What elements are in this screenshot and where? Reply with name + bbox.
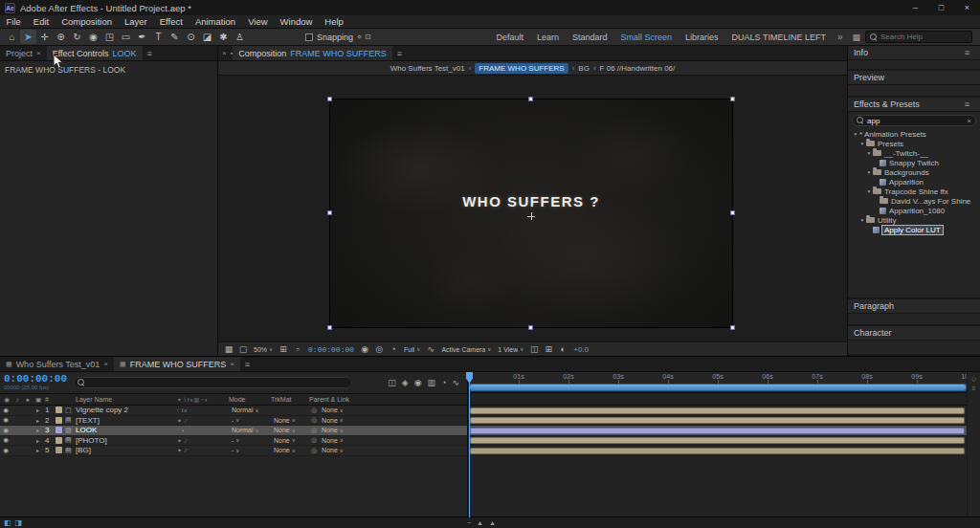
timeline-nav-marker2-icon[interactable]: ▲	[489, 519, 496, 526]
layer-mode-dropdown[interactable]: Normal∨	[229, 427, 271, 433]
tab-project[interactable]: Project ×	[0, 46, 47, 60]
column-parent-link[interactable]: Parent & Link	[309, 396, 467, 403]
status-icon-2[interactable]: ◨	[15, 518, 23, 527]
menu-layer[interactable]: Layer	[119, 16, 154, 27]
comp-flowchart-icon[interactable]: ⊞	[542, 344, 555, 354]
layer-mode-dropdown[interactable]: -∨	[229, 437, 271, 444]
menu-help[interactable]: Help	[319, 16, 350, 27]
layer-twirl-icon[interactable]: ▸	[36, 407, 45, 413]
layer-mode-dropdown[interactable]: Normal∨	[229, 407, 271, 413]
timeline-tab[interactable]: ▦FRAME WHO SUFFERS×	[114, 357, 240, 371]
layer-label-chip[interactable]	[56, 427, 62, 433]
tree-item[interactable]: ▾Utility	[848, 215, 980, 225]
clone-stamp-tool[interactable]: ⊙	[183, 30, 199, 44]
tree-item[interactable]: ▾* Animation Presets	[848, 129, 980, 139]
menu-edit[interactable]: Edit	[27, 16, 55, 27]
selection-handle[interactable]	[528, 325, 533, 330]
twisty-icon[interactable]: ▾	[858, 217, 866, 223]
pickwhip-icon[interactable]: ◎	[311, 436, 317, 444]
snap-option-2-icon[interactable]: ⊡	[365, 33, 371, 41]
layer-row[interactable]: ◉▸3▨LOOK∕ ◐Normal∨None∨◎None∨	[0, 426, 467, 436]
eraser-tool[interactable]: ◪	[199, 30, 215, 44]
pickwhip-icon[interactable]: ◎	[311, 447, 317, 454]
layer-switches[interactable]: ∕ ◐	[177, 428, 229, 433]
roto-brush-tool[interactable]: ✱	[215, 30, 232, 44]
layer-switches[interactable]: ∕ fx	[177, 407, 229, 413]
layer-row[interactable]: ◉▸4▤[PHOTO]✦ ∕-∨None∨◎None∨	[0, 436, 467, 447]
workspace-libraries[interactable]: Libraries	[679, 33, 725, 42]
layer-duration-bar[interactable]	[470, 428, 965, 434]
layer-duration-bar[interactable]	[470, 417, 965, 424]
camera-dropdown[interactable]: Active Camera∨	[438, 346, 494, 353]
info-panel-header[interactable]: Info ≡	[848, 46, 980, 60]
workspace-overflow-icon[interactable]: »	[833, 32, 848, 42]
tree-item[interactable]: Apparition	[848, 177, 980, 187]
layer-label-chip[interactable]	[56, 437, 62, 444]
grid-guides-icon[interactable]: ⊞	[277, 344, 290, 354]
layer-switches[interactable]: ✦ ∕	[177, 417, 229, 424]
layer-duration-bar[interactable]	[470, 448, 965, 454]
composition-viewer[interactable]: WHO SUFFERS ?	[218, 76, 847, 341]
layer-twirl-icon[interactable]: ▸	[36, 427, 45, 433]
layer-label-chip[interactable]	[56, 447, 62, 453]
layer-visibility-icon[interactable]: ◉	[0, 427, 11, 434]
layer-duration-bar[interactable]	[470, 407, 965, 414]
timecode[interactable]: 0:00:00:00	[4, 374, 67, 385]
pixel-aspect-icon[interactable]: ◫	[527, 344, 541, 354]
breadcrumb-item[interactable]: BG	[578, 64, 590, 73]
selection-tool[interactable]: ➤	[20, 30, 36, 44]
tree-item[interactable]: ▾Backgrounds	[848, 167, 980, 177]
show-channels-icon[interactable]: ◔	[387, 344, 400, 354]
layer-parent-dropdown[interactable]: None∨	[319, 447, 346, 453]
selection-handle[interactable]	[327, 325, 332, 330]
layer-visibility-icon[interactable]: ◉	[0, 407, 11, 414]
layer-mode-dropdown[interactable]: -∨	[229, 447, 271, 453]
menu-file[interactable]: File	[0, 16, 27, 27]
layer-track[interactable]	[469, 436, 967, 447]
layer-trkmat-dropdown[interactable]: None∨	[271, 427, 309, 433]
workspace-duals-timeline-left[interactable]: DUALS TIMELINE LEFT	[725, 33, 833, 42]
selection-handle[interactable]	[730, 97, 735, 101]
layer-name[interactable]: LOOK	[76, 426, 177, 434]
view-layout-dropdown[interactable]: 1 View∨	[495, 346, 526, 353]
layer-parent-dropdown[interactable]: None∨	[319, 427, 346, 433]
selection-handle[interactable]	[730, 210, 735, 215]
tree-item[interactable]: David V...ays For Shine	[848, 196, 980, 206]
type-tool[interactable]: T	[150, 30, 167, 44]
monitor-icon[interactable]: ▢	[236, 344, 250, 354]
pickwhip-icon[interactable]: ◎	[311, 427, 317, 434]
selection-handle[interactable]	[327, 97, 332, 101]
timeline-tab[interactable]: ▦Who Suffers Test_v01×	[0, 357, 114, 371]
selection-handle[interactable]	[730, 325, 735, 330]
tree-item[interactable]: Snappy Twitch	[848, 158, 980, 167]
layer-trkmat-dropdown[interactable]: None∨	[271, 437, 309, 444]
column-mode[interactable]: Mode	[229, 396, 271, 403]
pan-behind-tool[interactable]: ◳	[101, 30, 118, 44]
tab-composition[interactable]: Composition FRAME WHO SUFFERS	[233, 46, 392, 60]
pen-tool[interactable]: ✒	[134, 30, 150, 44]
tree-item[interactable]: Apparition_1080	[848, 206, 980, 215]
apps-icon[interactable]: ▦	[847, 33, 865, 42]
layer-label-chip[interactable]	[56, 407, 62, 413]
tree-item[interactable]: ▾Presets	[848, 139, 980, 148]
close-icon[interactable]: ×	[103, 360, 108, 368]
workspace-learn[interactable]: Learn	[530, 33, 566, 42]
layer-duration-bar[interactable]	[470, 437, 965, 444]
timeline-nav-minus-icon[interactable]: −	[467, 519, 471, 526]
layer-trkmat-dropdown[interactable]: None∨	[271, 417, 309, 424]
effects-search-box[interactable]: ×	[852, 115, 976, 126]
effects-presets-header[interactable]: Effects & Presets ≡	[848, 98, 980, 112]
transparency-grid-icon[interactable]: ▦	[222, 344, 235, 354]
layer-row[interactable]: ◉▸5▤[BG]✦ ∕-∨None∨◎None∨	[0, 446, 467, 456]
breadcrumb-item[interactable]: Who Suffers Test_v01	[390, 64, 465, 73]
twisty-icon[interactable]: ▾	[865, 188, 873, 194]
help-search-input[interactable]	[880, 33, 968, 41]
column-layer-name[interactable]: Layer Name	[76, 396, 177, 403]
layer-track[interactable]	[469, 416, 967, 427]
puppet-pin-tool[interactable]: ♙	[232, 30, 248, 44]
preview-panel-header[interactable]: Preview	[848, 71, 980, 85]
hand-tool[interactable]: ✛	[36, 30, 53, 44]
effects-search-input[interactable]	[867, 117, 964, 125]
selection-handle[interactable]	[327, 210, 332, 215]
layer-track[interactable]	[469, 446, 967, 456]
